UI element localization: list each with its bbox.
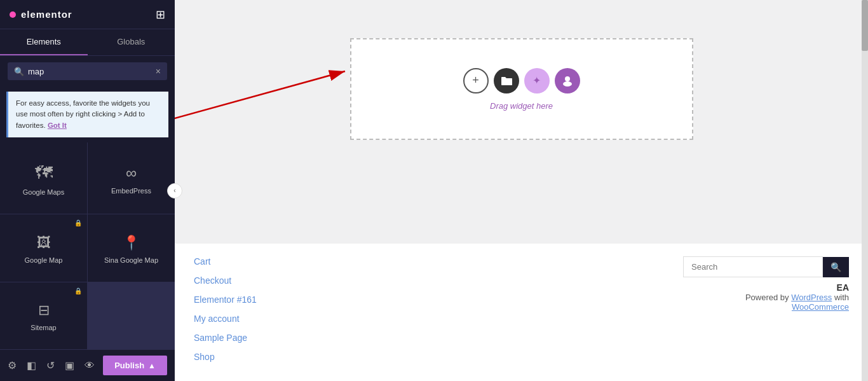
svg-point-2 (565, 76, 570, 81)
search-wrapper: 🔍 × (8, 62, 167, 80)
canvas-drop-zone[interactable]: + ✦ Drag widget here (350, 38, 693, 140)
widget-sina-google-map[interactable]: 📍 Sina Google Map (88, 214, 175, 281)
canvas-container: + ✦ Drag widget here (175, 0, 868, 244)
grid-icon[interactable]: ⊞ (156, 8, 165, 22)
widget-embedpress-label: EmbedPress (111, 187, 151, 195)
bottom-right-area: 🔍 EA Powered by WordPress with WooCommer… (683, 256, 849, 312)
scrollbar-thumb[interactable] (862, 0, 868, 51)
widget-google-map-label: Google Map (25, 256, 63, 264)
nav-link-myaccount[interactable]: My account (194, 314, 257, 324)
google-map-icon: 🖼 (37, 235, 51, 251)
powered-text: Powered by (745, 293, 789, 302)
search-widget: 🔍 (683, 256, 849, 277)
nav-link-elementor161[interactable]: Elementor #161 (194, 294, 257, 305)
info-banner-text: For easy access, favorite the widgets yo… (16, 99, 150, 129)
main-area: + ✦ Drag widget here Cart Checkout Eleme… (175, 0, 868, 381)
publish-button[interactable]: Publish ▲ (103, 356, 167, 375)
logo-dot (10, 11, 16, 18)
widget-sitemap[interactable]: 🔒 ⊟ Sitemap (0, 282, 87, 349)
lock-icon-1: 🔒 (74, 219, 82, 226)
logo-area: elementor (10, 9, 72, 20)
preview-icon[interactable]: 👁 (85, 360, 95, 371)
arrow-indicator (175, 59, 358, 135)
sitemap-icon: ⊟ (38, 302, 50, 319)
add-widget-button[interactable]: + (463, 68, 489, 94)
collapse-panel-handle[interactable]: ‹ (167, 183, 182, 198)
canvas-action-buttons: + ✦ (463, 68, 580, 94)
widget-grid: 🗺 Google Maps ∞ EmbedPress 🔒 🖼 Google Ma… (0, 142, 175, 349)
publish-label: Publish (114, 361, 144, 370)
scrollbar[interactable] (862, 0, 868, 381)
sina-google-map-icon: 📍 (123, 235, 140, 251)
embedpress-icon: ∞ (126, 164, 137, 182)
search-area: 🔍 × (0, 56, 175, 87)
woocommerce-link[interactable]: WooCommerce (792, 302, 849, 312)
settings-icon[interactable]: ⚙ (8, 359, 17, 371)
folder-button[interactable] (494, 68, 519, 94)
tab-globals[interactable]: Globals (88, 29, 175, 55)
widget-google-maps[interactable]: 🗺 Google Maps (0, 142, 87, 214)
clear-search-icon[interactable]: × (156, 66, 161, 76)
footer-right: EA Powered by WordPress with WooCommerce (745, 282, 849, 312)
wordpress-link[interactable]: WordPress (791, 293, 832, 302)
logo-text: elementor (21, 9, 72, 20)
search-icon: 🔍 (14, 67, 24, 76)
ai-button[interactable]: ✦ (524, 68, 550, 94)
with-text: with (834, 293, 849, 302)
history-icon[interactable]: ↺ (46, 359, 55, 371)
nav-link-shop[interactable]: Shop (194, 352, 257, 362)
widget-google-map[interactable]: 🔒 🖼 Google Map (0, 214, 87, 281)
panel-header: elementor ⊞ (0, 0, 175, 29)
bottom-content: Cart Checkout Elementor #161 My account … (175, 244, 868, 381)
nav-links: Cart Checkout Elementor #161 My account … (194, 256, 257, 362)
footer-icons: ⚙ ◧ ↺ ▣ 👁 (8, 359, 95, 371)
canvas-area: + ✦ Drag widget here (175, 0, 868, 244)
got-it-link[interactable]: Got It (48, 121, 67, 129)
tab-elements[interactable]: Elements (0, 29, 88, 55)
widget-google-maps-label: Google Maps (23, 188, 64, 196)
ea-label: EA (745, 282, 849, 293)
responsive-icon[interactable]: ▣ (65, 359, 74, 371)
panel-tabs: Elements Globals (0, 29, 175, 56)
nav-link-samplepage[interactable]: Sample Page (194, 333, 257, 343)
search-widget-button[interactable]: 🔍 (823, 257, 849, 277)
lock-icon-2: 🔒 (74, 287, 82, 294)
widget-sina-google-map-label: Sina Google Map (104, 256, 158, 264)
powered-by-text: Powered by WordPress with (745, 293, 849, 302)
svg-point-3 (563, 81, 572, 87)
info-banner: For easy access, favorite the widgets yo… (6, 92, 168, 137)
widget-sitemap-label: Sitemap (31, 324, 56, 331)
google-maps-icon: 🗺 (35, 162, 53, 183)
nav-link-cart[interactable]: Cart (194, 256, 257, 267)
nav-link-checkout[interactable]: Checkout (194, 275, 257, 286)
left-panel: elementor ⊞ Elements Globals 🔍 × For eas… (0, 0, 175, 381)
widget-embedpress[interactable]: ∞ EmbedPress (88, 142, 175, 214)
woocommerce-area: WooCommerce (745, 302, 849, 312)
search-widget-input[interactable] (683, 256, 823, 277)
drag-label: Drag widget here (490, 101, 553, 111)
publish-chevron-icon: ▲ (148, 361, 156, 370)
search-input[interactable] (28, 67, 152, 76)
panel-footer: ⚙ ◧ ↺ ▣ 👁 Publish ▲ (0, 349, 175, 381)
avatar-button[interactable] (555, 68, 580, 94)
layers-icon[interactable]: ◧ (27, 359, 36, 371)
svg-line-1 (175, 71, 345, 122)
